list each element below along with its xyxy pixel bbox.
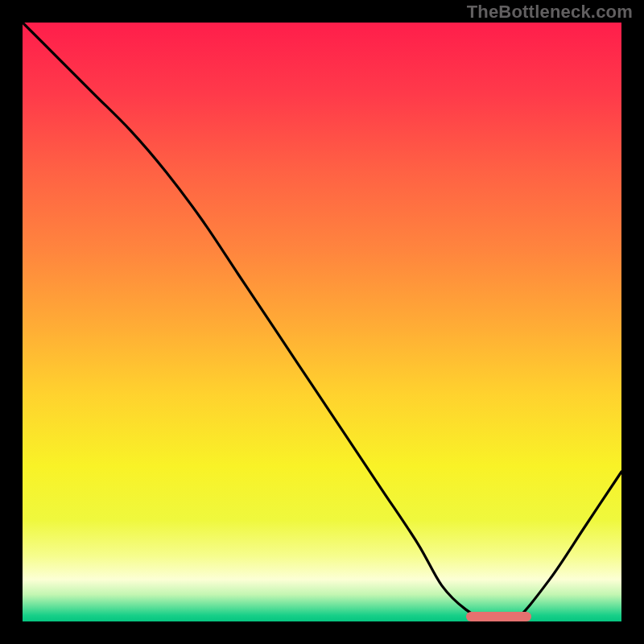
plot-area bbox=[23, 23, 621, 621]
chart-container: TheBottleneck.com bbox=[0, 0, 644, 644]
svg-rect-0 bbox=[23, 23, 621, 621]
background-gradient bbox=[23, 23, 621, 621]
watermark-text: TheBottleneck.com bbox=[467, 2, 633, 23]
